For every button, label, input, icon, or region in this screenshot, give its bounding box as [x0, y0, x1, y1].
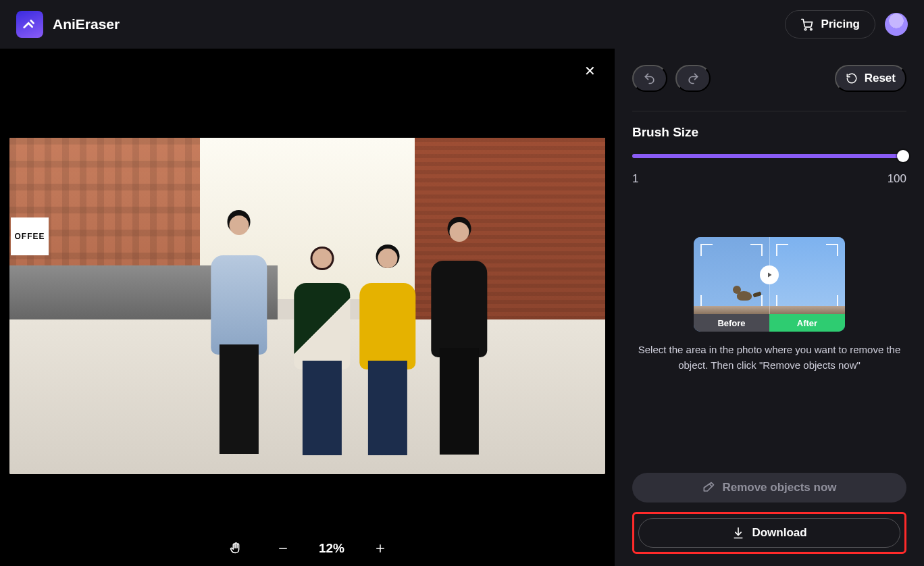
demo-before-after-image: Before After	[694, 237, 845, 332]
minus-icon	[277, 542, 289, 555]
svg-point-0	[805, 28, 807, 30]
zoom-in-button[interactable]	[370, 542, 390, 555]
play-icon	[760, 265, 779, 284]
brush-size-slider[interactable]	[632, 152, 906, 160]
hand-icon	[228, 541, 243, 556]
brand-name: AniEraser	[53, 16, 120, 32]
zoom-out-button[interactable]	[273, 542, 293, 555]
undo-button[interactable]	[632, 65, 667, 92]
header-right: Pricing	[785, 10, 908, 38]
undo-redo-group	[632, 65, 711, 92]
download-highlight-box: Download	[632, 512, 906, 554]
redo-icon	[686, 72, 700, 85]
panel-actions: Remove objects now Download	[632, 473, 906, 554]
slider-thumb[interactable]	[897, 150, 909, 162]
app-logo-icon	[16, 11, 43, 38]
hint-text: Select the area in the photo where you w…	[634, 342, 904, 373]
zoom-toolbar: 12%	[224, 540, 390, 557]
brush-min: 1	[632, 172, 638, 186]
bird-icon	[733, 282, 757, 306]
demo-before-label: Before	[694, 314, 769, 332]
brush-range-labels: 1 100	[632, 172, 906, 186]
zoom-level: 12%	[319, 541, 344, 556]
reset-button[interactable]: Reset	[835, 65, 906, 92]
brand: AniEraser	[16, 11, 120, 38]
main-content: ✕ OFFEE 12%	[0, 49, 924, 566]
remove-objects-button[interactable]: Remove objects now	[632, 473, 906, 503]
photo-canvas[interactable]: OFFEE	[9, 138, 605, 474]
download-icon	[732, 526, 745, 540]
canvas-area: ✕ OFFEE 12%	[0, 49, 615, 566]
close-button[interactable]: ✕	[580, 63, 600, 78]
svg-point-1	[811, 28, 813, 30]
plus-icon	[374, 542, 386, 555]
pan-tool-button[interactable]	[224, 540, 247, 557]
undo-icon	[643, 72, 657, 85]
panel-top-row: Reset	[632, 65, 906, 92]
close-icon: ✕	[584, 64, 596, 78]
reset-icon	[846, 72, 858, 84]
demo-area: Before After Select the area in the phot…	[632, 237, 906, 373]
brush-size-title: Brush Size	[632, 125, 906, 140]
user-avatar[interactable]	[885, 13, 908, 36]
app-header: AniEraser Pricing	[0, 0, 924, 49]
pricing-label: Pricing	[821, 18, 860, 31]
cart-icon	[800, 18, 814, 31]
demo-after-label: After	[769, 314, 845, 332]
remove-objects-label: Remove objects now	[722, 481, 836, 494]
reset-label: Reset	[865, 72, 896, 85]
storefront-sign: OFFEE	[11, 217, 49, 255]
download-button[interactable]: Download	[638, 518, 900, 548]
eraser-icon	[702, 481, 715, 494]
brush-max: 100	[888, 172, 906, 186]
divider	[632, 111, 906, 111]
redo-button[interactable]	[675, 65, 711, 92]
download-label: Download	[752, 526, 806, 540]
side-panel: Reset Brush Size 1 100	[615, 49, 924, 566]
pricing-button[interactable]: Pricing	[785, 10, 875, 38]
